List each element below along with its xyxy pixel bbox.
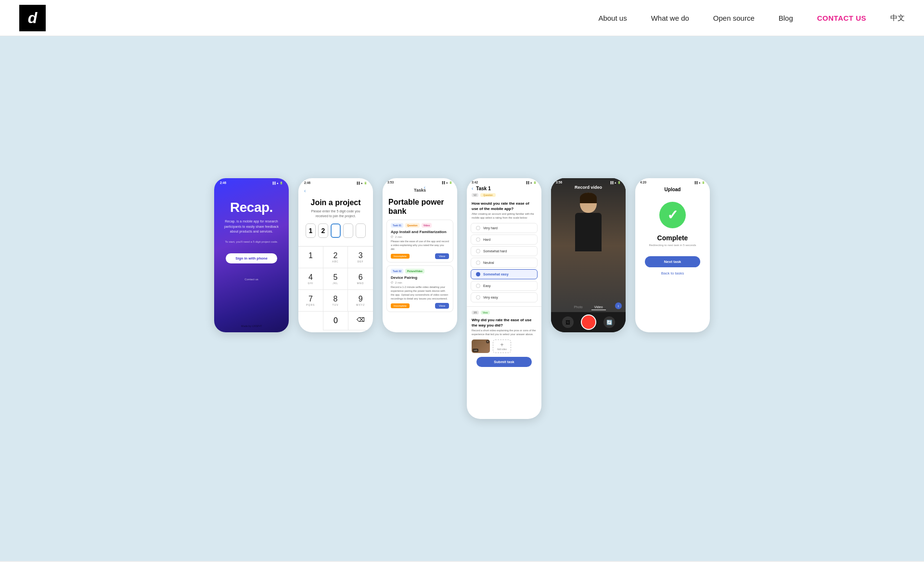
option-easy[interactable]: Easy	[471, 281, 538, 291]
option-somewhat-hard[interactable]: Somewhat hard	[471, 246, 538, 256]
contact-link[interactable]: Contact us	[221, 278, 282, 281]
question-badge: Question	[480, 193, 496, 197]
checkmark-icon: ✓	[667, 207, 678, 223]
radio-neutral	[476, 261, 480, 265]
status-bar-2: 2:46 ▐▐ ▲ 🔋	[298, 178, 373, 185]
record-button[interactable]	[581, 314, 596, 330]
key-3[interactable]: 3DEF	[348, 247, 373, 268]
code-inputs: 1 2	[298, 223, 373, 244]
status-bar-6: 4:20 ▐▐ ▲ 🔋	[635, 178, 710, 185]
camera-view	[551, 178, 626, 313]
nav-contact[interactable]: CONTACT US	[817, 14, 866, 22]
add-video-label: Add video	[497, 348, 507, 351]
code-box-4[interactable]	[343, 223, 353, 238]
option-very-hard[interactable]: Very hard	[471, 223, 538, 233]
tab-photo[interactable]: Photo	[571, 304, 585, 310]
nav-about[interactable]: About us	[598, 14, 627, 22]
blue-info-circle: i	[615, 302, 622, 309]
back-tasks-link[interactable]: Back to tasks	[635, 271, 710, 275]
header: d About us What we do Open source Blog C…	[0, 0, 924, 36]
recap-content: Recap. Recap. is a mobile app for resear…	[214, 185, 289, 300]
next-task-button[interactable]: Next task	[645, 256, 700, 267]
key-8[interactable]: 8TUV	[323, 290, 348, 312]
navigation: About us What we do Open source Blog CON…	[598, 13, 905, 23]
sign-in-button[interactable]: Sign in with phone	[226, 253, 277, 263]
q2-text: Why did you rate the ease of use the way…	[467, 315, 541, 329]
back-arrow-4[interactable]: ‹	[472, 186, 473, 191]
controls-bar: 🖼 🔄	[551, 312, 626, 332]
phone-tasks: 3:53 ▐▐ ▲ 🔋 ‹ Tasks Portable power bank …	[383, 178, 457, 332]
flip-camera-button[interactable]: 🔄	[603, 316, 615, 328]
redirect-text: Redirecting to next task in 5 seconds	[635, 244, 710, 247]
add-video-box[interactable]: + Add video	[493, 340, 511, 353]
video-upload-row: 1:45 × + Add video	[467, 340, 541, 357]
key-4[interactable]: 4GHI	[298, 268, 323, 290]
check-circle: ✓	[659, 202, 686, 228]
code-box-5[interactable]	[356, 223, 366, 238]
task-header-row: ‹ Task 1	[467, 185, 541, 193]
numpad-bottom-row: 0 ⌫	[298, 312, 373, 330]
key-9[interactable]: 9WXYZ	[348, 290, 373, 312]
nav-blog[interactable]: Blog	[779, 14, 793, 22]
task-title-h: Task 1	[476, 186, 490, 191]
key-7[interactable]: 7PQRS	[298, 290, 323, 312]
option-neutral[interactable]: Neutral	[471, 258, 538, 268]
back-arrow-3[interactable]: ‹	[387, 185, 457, 332]
phones-showcase: 2:46 ▐▐ ▲ 🔋 Recap. Recap. is a mobile ap…	[214, 178, 710, 419]
back-button-2[interactable]: ‹	[298, 185, 373, 196]
icons-1: ▐▐ ▲ 🔋	[272, 182, 283, 184]
gallery-button[interactable]: 🖼	[562, 316, 574, 328]
phone-join: 2:46 ▐▐ ▲ 🔋 ‹ Join a project Please ente…	[298, 178, 373, 332]
option-somewhat-easy[interactable]: Somewhat easy	[471, 269, 538, 279]
join-title: Join a project	[298, 196, 373, 209]
key-5[interactable]: 5JKL	[323, 268, 348, 290]
record-header: Record video	[551, 185, 626, 193]
key-empty	[298, 312, 323, 330]
code-box-3[interactable]	[331, 223, 341, 238]
video-thumbnail[interactable]: 1:45 ×	[472, 340, 490, 353]
key-delete[interactable]: ⌫	[348, 312, 373, 330]
code-box-2[interactable]: 2	[318, 223, 328, 238]
time-4: 3:42	[472, 181, 478, 184]
logo-letter: d	[28, 9, 38, 27]
complete-title: Complete	[635, 234, 710, 242]
numpad: 1 2ABC 3DEF 4GHI 5JKL 6MNO 7PQRS 8TUV 9W…	[298, 246, 373, 312]
radio-somewhat-hard	[476, 249, 480, 253]
submit-task-button[interactable]: Submit task	[476, 357, 532, 367]
person-silhouette	[569, 193, 608, 279]
main-content: 2:46 ▐▐ ▲ 🔋 Recap. Recap. is a mobile ap…	[0, 36, 924, 561]
radio-easy	[476, 284, 480, 288]
time-6: 4:20	[640, 181, 646, 184]
join-desc: Please enter the 5 digit code you receiv…	[298, 209, 373, 223]
badges-row: V2 Question	[467, 193, 541, 199]
radio-very-hard	[476, 226, 480, 230]
q2-desc: Record a short video explaining the pros…	[467, 329, 541, 339]
q2-view-badge: View	[481, 311, 490, 314]
q1-text: How would you rate the ease of use of th…	[467, 199, 541, 212]
option-very-easy[interactable]: Very easy	[471, 292, 538, 302]
status-bar-3: 3:53 ▐▐ ▲ 🔋	[383, 178, 457, 185]
person-head	[580, 193, 597, 213]
recap-sub: To start, you'll need a 5 digit project …	[221, 240, 282, 243]
logo[interactable]: d	[19, 5, 46, 31]
video-close-btn[interactable]: ×	[486, 340, 489, 343]
icons-5: ▐▐ ▲ 🔋	[610, 181, 621, 184]
code-box-1[interactable]: 1	[306, 223, 316, 238]
time-5: 3:56	[556, 181, 562, 184]
option-hard[interactable]: Hard	[471, 235, 538, 245]
key-1[interactable]: 1	[298, 247, 323, 268]
add-video-plus-icon: +	[500, 342, 503, 348]
nav-opensource[interactable]: Open source	[713, 14, 755, 22]
key-0[interactable]: 0	[323, 312, 348, 330]
nav-lang[interactable]: 中文	[890, 13, 905, 23]
nav-what[interactable]: What we do	[651, 14, 689, 22]
tab-video[interactable]: Video	[591, 304, 606, 310]
recap-title: Recap.	[221, 200, 282, 215]
key-6[interactable]: 6MNO	[348, 268, 373, 290]
key-2[interactable]: 2ABC	[323, 247, 348, 268]
recap-desc: Recap. is a mobile app for research part…	[221, 219, 282, 235]
person-hair	[580, 193, 597, 203]
video-duration: 1:45	[473, 349, 478, 352]
icons-4: ▐▐ ▲ 🔋	[526, 181, 537, 184]
phone-recap: 2:46 ▐▐ ▲ 🔋 Recap. Recap. is a mobile ap…	[214, 178, 289, 332]
